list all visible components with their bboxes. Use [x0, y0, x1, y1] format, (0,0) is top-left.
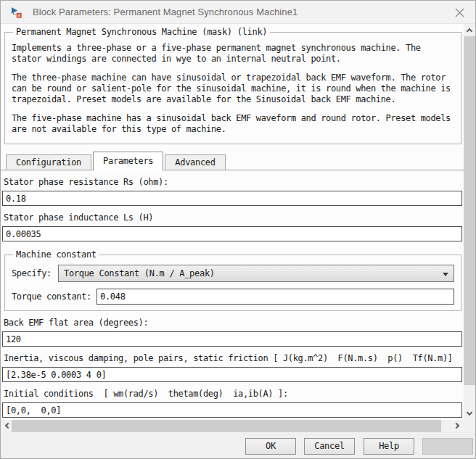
apply-button	[422, 438, 473, 455]
footer: OK Cancel Help	[1, 432, 476, 459]
torque-constant-input[interactable]	[97, 289, 454, 305]
tab-configuration[interactable]: Configuration	[6, 154, 91, 170]
scroll-down-icon[interactable]	[464, 408, 476, 420]
help-button[interactable]: Help	[364, 438, 414, 455]
close-icon[interactable]	[449, 4, 469, 21]
back-emf-input[interactable]	[2, 331, 462, 347]
initial-conditions-label: Initial conditions [ wm(rad/s) thetam(de…	[4, 389, 464, 400]
mask-description-frame: Permanent Magnet Synchronous Machine (ma…	[4, 27, 461, 144]
chevron-down-icon	[443, 273, 448, 276]
simulink-block-icon	[11, 7, 22, 18]
horizontal-scrollbar-thumb[interactable]	[12, 420, 441, 432]
tab-advanced[interactable]: Advanced	[165, 154, 225, 170]
tab-parameters[interactable]: Parameters	[93, 152, 163, 170]
tab-bar: Configuration Parameters Advanced	[1, 152, 464, 170]
specify-dropdown[interactable]: Torque Constant (N.m / A_peak)	[58, 265, 454, 282]
specify-dropdown-value: Torque Constant (N.m / A_peak)	[64, 268, 215, 278]
ls-input[interactable]	[2, 226, 462, 241]
titlebar: Block Parameters: Permanent Magnet Synch…	[1, 1, 475, 24]
machine-constant-title: Machine constant	[13, 249, 99, 260]
description-paragraph: The three-phase machine can have sinusoi…	[12, 73, 454, 105]
machine-constant-group: Machine constant Specify: Torque Constan…	[4, 249, 461, 311]
scrollbar-corner	[464, 420, 476, 432]
vertical-scrollbar-thumb[interactable]	[464, 36, 476, 385]
back-emf-label: Back EMF flat area (degrees):	[4, 318, 464, 328]
inertia-input[interactable]	[2, 367, 462, 382]
description-paragraph: The five-phase machine has a sinusoidal …	[12, 113, 454, 135]
specify-label: Specify:	[12, 268, 52, 278]
initial-conditions-input[interactable]	[2, 402, 462, 418]
cancel-button[interactable]: Cancel	[304, 438, 355, 455]
window-title: Block Parameters: Permanent Magnet Synch…	[33, 7, 298, 17]
ok-button[interactable]: OK	[245, 438, 296, 455]
block-parameters-dialog: Block Parameters: Permanent Magnet Synch…	[0, 0, 476, 459]
torque-constant-label: Torque constant:	[12, 291, 91, 302]
scroll-right-icon[interactable]	[451, 420, 464, 432]
description-paragraph: Implements a three-phase or a five-phase…	[12, 43, 454, 65]
ls-label: Stator phase inductance Ls (H)	[4, 212, 464, 223]
rs-input[interactable]	[2, 191, 462, 206]
mask-frame-title: Permanent Magnet Synchronous Machine (ma…	[13, 27, 270, 37]
inertia-label: Inertia, viscous damping, pole pairs, st…	[4, 353, 464, 364]
rs-label: Stator phase resistance Rs (ohm):	[4, 177, 464, 188]
scroll-up-icon[interactable]	[464, 24, 476, 36]
horizontal-scrollbar[interactable]	[1, 420, 464, 432]
dialog-content: Permanent Magnet Synchronous Machine (ma…	[1, 24, 464, 420]
vertical-scrollbar[interactable]	[464, 24, 476, 420]
